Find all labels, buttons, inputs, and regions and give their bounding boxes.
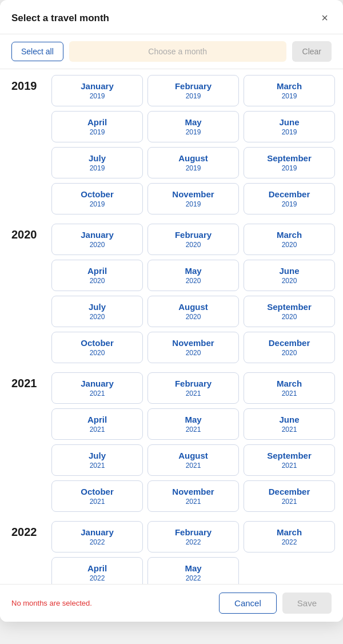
month-name-label: February	[175, 230, 212, 240]
month-name-label: June	[279, 266, 299, 276]
month-year-label: 2019	[186, 200, 201, 208]
month-name-label: February	[175, 527, 212, 537]
month-button-january-2021[interactable]: January2021	[51, 372, 143, 404]
month-year-label: 2022	[90, 538, 105, 546]
month-year-label: 2020	[90, 241, 105, 249]
year-label-2020: 2020	[11, 224, 51, 241]
month-button-april-2020[interactable]: April2020	[51, 260, 143, 291]
year-section-2019: 2019January2019February2019March2019Apri…	[11, 75, 335, 214]
month-year-label: 2019	[282, 92, 297, 100]
month-name-label: October	[81, 338, 114, 348]
month-button-february-2022[interactable]: February2022	[147, 521, 239, 552]
month-year-label: 2021	[90, 426, 105, 434]
modal-footer: No months are selected. Cancel Save	[0, 584, 343, 622]
month-button-june-2021[interactable]: June2021	[244, 408, 335, 440]
month-year-label: 2021	[282, 426, 297, 434]
month-name-label: May	[185, 266, 201, 276]
select-all-button[interactable]: Select all	[11, 42, 63, 61]
month-button-november-2021[interactable]: November2021	[147, 480, 239, 512]
month-button-march-2019[interactable]: March2019	[244, 75, 335, 106]
month-button-june-2020[interactable]: June2020	[244, 260, 335, 291]
month-name-label: January	[81, 230, 114, 240]
month-name-label: November	[172, 338, 214, 348]
month-button-july-2020[interactable]: July2020	[51, 296, 143, 327]
month-name-label: March	[277, 81, 302, 91]
month-year-label: 2020	[186, 241, 201, 249]
month-name-label: July	[89, 451, 106, 460]
month-name-label: December	[269, 338, 310, 348]
month-button-november-2019[interactable]: November2019	[147, 183, 239, 214]
month-name-label: July	[89, 302, 106, 312]
footer-status: No months are selected.	[11, 599, 92, 607]
month-year-label: 2020	[186, 313, 201, 321]
month-name-label: October	[81, 189, 114, 199]
month-name-label: January	[81, 527, 114, 537]
months-scroll-area: 2019January2019February2019March2019Apri…	[0, 69, 343, 584]
month-button-september-2021[interactable]: September2021	[244, 444, 335, 476]
month-button-october-2021[interactable]: October2021	[51, 480, 143, 512]
save-button[interactable]: Save	[282, 593, 332, 614]
months-grid-2021: January2021February2021March2021April202…	[51, 372, 335, 512]
month-name-label: February	[175, 379, 212, 388]
month-button-march-2021[interactable]: March2021	[244, 372, 335, 404]
month-button-may-2021[interactable]: May2021	[147, 408, 239, 440]
month-button-october-2019[interactable]: October2019	[51, 183, 143, 214]
month-button-february-2021[interactable]: February2021	[147, 372, 239, 404]
month-button-april-2021[interactable]: April2021	[51, 408, 143, 440]
month-year-label: 2019	[186, 164, 201, 172]
month-button-may-2019[interactable]: May2019	[147, 111, 239, 142]
month-name-label: August	[178, 451, 208, 460]
month-name-label: February	[175, 81, 212, 91]
choose-month-display: Choose a month	[69, 41, 286, 62]
month-year-label: 2020	[186, 277, 201, 285]
month-button-january-2022[interactable]: January2022	[51, 521, 143, 552]
month-button-july-2021[interactable]: July2021	[51, 444, 143, 476]
month-name-label: October	[81, 487, 114, 496]
month-name-label: May	[185, 563, 201, 573]
month-button-august-2020[interactable]: August2020	[147, 296, 239, 327]
month-button-april-2019[interactable]: April2019	[51, 111, 143, 142]
month-button-january-2020[interactable]: January2020	[51, 224, 143, 255]
month-button-march-2022[interactable]: March2022	[244, 521, 335, 552]
month-button-august-2021[interactable]: August2021	[147, 444, 239, 476]
month-name-label: September	[267, 451, 312, 460]
month-year-label: 2019	[90, 92, 105, 100]
month-name-label: December	[269, 189, 310, 199]
month-year-label: 2020	[282, 241, 297, 249]
year-section-2022: 2022January2022February2022March2022Apri…	[11, 521, 335, 584]
month-year-label: 2021	[282, 498, 297, 506]
month-button-december-2020[interactable]: December2020	[244, 332, 335, 363]
month-button-may-2022[interactable]: May2022	[147, 557, 239, 584]
cancel-button[interactable]: Cancel	[219, 593, 277, 614]
month-button-april-2022[interactable]: April2022	[51, 557, 143, 584]
month-button-july-2019[interactable]: July2019	[51, 147, 143, 178]
month-button-january-2019[interactable]: January2019	[51, 75, 143, 106]
month-button-november-2020[interactable]: November2020	[147, 332, 239, 363]
month-button-february-2019[interactable]: February2019	[147, 75, 239, 106]
year-label-2021: 2021	[11, 372, 51, 390]
month-button-february-2020[interactable]: February2020	[147, 224, 239, 255]
month-button-december-2019[interactable]: December2019	[244, 183, 335, 214]
month-name-label: September	[267, 302, 312, 312]
month-year-label: 2020	[282, 349, 297, 357]
month-year-label: 2021	[282, 462, 297, 470]
month-button-december-2021[interactable]: December2021	[244, 480, 335, 512]
month-year-label: 2019	[90, 200, 105, 208]
month-name-label: May	[185, 117, 201, 127]
month-button-may-2020[interactable]: May2020	[147, 260, 239, 291]
month-year-label: 2021	[186, 389, 201, 397]
month-button-march-2020[interactable]: March2020	[244, 224, 335, 255]
month-name-label: September	[267, 153, 312, 163]
month-button-august-2019[interactable]: August2019	[147, 147, 239, 178]
close-button[interactable]: ×	[318, 10, 332, 26]
month-button-september-2019[interactable]: September2019	[244, 147, 335, 178]
month-button-june-2019[interactable]: June2019	[244, 111, 335, 142]
month-button-october-2020[interactable]: October2020	[51, 332, 143, 363]
months-grid-2019: January2019February2019March2019April201…	[51, 75, 335, 214]
months-grid-2022: January2022February2022March2022April202…	[51, 521, 335, 584]
month-name-label: July	[89, 153, 106, 163]
year-section-2020: 2020January2020February2020March2020Apri…	[11, 224, 335, 363]
footer-actions: Cancel Save	[219, 593, 332, 614]
month-button-september-2020[interactable]: September2020	[244, 296, 335, 327]
clear-button[interactable]: Clear	[292, 41, 332, 62]
